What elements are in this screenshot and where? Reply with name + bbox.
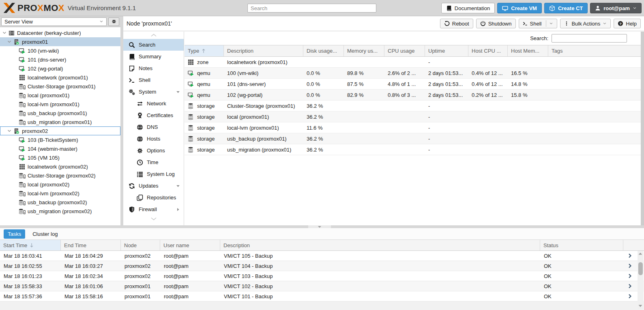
resource-row-usb-migration-proxmox01-[interactable]: storageusb_migration (proxmox01)36.2 %- <box>185 144 641 155</box>
task-row[interactable]: Mar 18 16:03:41Mar 18 16:04:29proxmox02r… <box>0 251 644 261</box>
nav-item-certificates[interactable]: Certificates <box>123 109 184 121</box>
task-expand-button[interactable] <box>623 263 636 268</box>
column-header-cpu-usage[interactable]: CPU usage <box>384 45 425 56</box>
resource-row-local-proxmox01-[interactable]: storagelocal (proxmox01)36.2 %- <box>185 111 641 122</box>
tree-item-local-lvm-proxmox02-[interactable]: local-lvm (proxmox02) <box>0 189 120 198</box>
nav-item-repositories[interactable]: Repositories <box>123 192 184 203</box>
tasks-footer-strip <box>0 301 644 310</box>
expander-chevron-icon[interactable] <box>2 30 7 35</box>
main-scrollbar[interactable] <box>641 32 644 225</box>
resource-row-localnetwork-proxmox01-[interactable]: zonelocalnetwork (proxmox01)- <box>185 57 641 68</box>
scrollbar-up-icon[interactable] <box>638 252 642 255</box>
tree-item-102-wg-portal-[interactable]: 102 (wg-portal) <box>0 64 120 73</box>
tree-item-datacenter-berkay-cluster-[interactable]: Datacenter (berkay-cluster) <box>0 28 120 37</box>
task-row[interactable]: Mar 18 15:57:36Mar 18 15:58:16proxmox01r… <box>0 291 644 301</box>
resource-row-100-vm-wiki-[interactable]: qemu100 (vm-wiki)0.0 %89.8 %2.6% of 2 ..… <box>185 68 641 79</box>
reboot-button[interactable]: Reboot <box>440 19 473 28</box>
expander-chevron-icon[interactable] <box>7 39 12 44</box>
task-column-header-node[interactable]: Node <box>121 240 160 250</box>
tree-item-103-b-ticketsystem-[interactable]: 103 (B-TicketSystem) <box>0 135 120 144</box>
tree-item-proxmox02[interactable]: proxmox02 <box>0 126 120 135</box>
tree-item-cluster-storage-proxmox02-[interactable]: Cluster-Storage (proxmox02) <box>0 171 120 180</box>
nav-item-time[interactable]: Time <box>123 156 184 168</box>
tree-item-usb-migration-proxmox01-[interactable]: usb_migration (proxmox01) <box>0 118 120 126</box>
nav-scroll-down[interactable] <box>123 215 184 222</box>
create-ct-button[interactable]: Create CT <box>544 3 588 13</box>
expander-chevron-icon[interactable] <box>7 128 12 133</box>
scrollbar-down-icon[interactable] <box>638 305 642 307</box>
bulk-actions-button[interactable]: Bulk Actions <box>560 19 611 28</box>
horizontal-splitter[interactable] <box>0 225 644 228</box>
resource-row-cluster-storage-proxmox01-[interactable]: storageCluster-Storage (proxmox01)36.2 %… <box>185 100 641 111</box>
nav-item-shell[interactable]: Shell <box>123 74 184 86</box>
task-column-header-end-time[interactable]: End Time <box>61 240 121 250</box>
task-expand-button[interactable] <box>623 274 636 278</box>
nav-item-hosts[interactable]: Hosts <box>123 133 184 145</box>
user-menu-button[interactable]: root@pam <box>590 3 642 13</box>
column-header-uptime[interactable]: Uptime <box>425 45 468 56</box>
tree-item-cluster-storage-proxmox01-[interactable]: Cluster-Storage (proxmox01) <box>0 82 120 91</box>
shutdown-button[interactable]: Shutdown <box>476 19 516 28</box>
tree-item-101-dns-server-[interactable]: 101 (dns-server) <box>0 55 120 64</box>
column-header-host-mem-[interactable]: Host Mem... <box>508 45 548 56</box>
column-header-type[interactable]: Type <box>185 45 224 56</box>
scrollbar-thumb[interactable] <box>638 262 643 275</box>
nav-item-updates[interactable]: Updates <box>123 180 184 192</box>
tab-tasks[interactable]: Tasks <box>4 229 25 239</box>
resource-row-local-lvm-proxmox01-[interactable]: storagelocal-lvm (proxmox01)11.6 %- <box>185 122 641 133</box>
view-selector[interactable]: Server View <box>1 17 107 26</box>
cell-description: 100 (vm-wiki) <box>224 70 303 76</box>
tree-item-104-webmin-master-[interactable]: 104 (webmin-master) <box>0 144 120 153</box>
column-header-disk-usage-[interactable]: Disk usage... <box>303 45 344 56</box>
splitter-handle[interactable] <box>308 225 331 228</box>
tree-item-local-proxmox01-[interactable]: local (proxmox01) <box>0 91 120 100</box>
resource-row-102-wg-portal-[interactable]: qemu102 (wg-portal)0.0 %82.9 %0.8% of 3 … <box>185 90 641 100</box>
task-row[interactable]: Mar 18 15:58:33Mar 18 16:01:06proxmox01r… <box>0 281 644 291</box>
task-column-header-user-name[interactable]: User name <box>160 240 220 250</box>
tree-item-local-lvm-proxmox01-[interactable]: local-lvm (proxmox01) <box>0 100 120 109</box>
task-expand-button[interactable] <box>623 253 636 258</box>
nav-item-system[interactable]: System <box>123 86 184 98</box>
nav-item-options[interactable]: Options <box>123 145 184 156</box>
task-expand-button[interactable] <box>623 284 636 289</box>
grid-search-input[interactable] <box>552 34 627 43</box>
shell-button[interactable]: Shell <box>519 19 558 28</box>
tree-item-localnetwork-proxmox01-[interactable]: localnetwork (proxmox01) <box>0 73 120 82</box>
tree-settings-button[interactable] <box>108 17 119 26</box>
tree-item-100-vm-wiki-[interactable]: 100 (vm-wiki) <box>0 46 120 55</box>
column-header-tags[interactable]: Tags <box>548 45 641 56</box>
help-button[interactable]: ? Help <box>614 19 641 28</box>
tasks-scrollbar[interactable] <box>638 251 644 309</box>
tab-cluster-log[interactable]: Cluster log <box>32 229 58 239</box>
nav-item-search[interactable]: Search <box>123 39 184 51</box>
create-vm-button[interactable]: Create VM <box>497 3 542 13</box>
tree-item-usb-backup-proxmox02-[interactable]: usb_backup (proxmox02) <box>0 198 120 207</box>
tree-item-localnetwork-proxmox02-[interactable]: localnetwork (proxmox02) <box>0 162 120 171</box>
documentation-button[interactable]: Documentation <box>441 3 495 13</box>
resource-row-usb-backup-proxmox01-[interactable]: storageusb_backup (proxmox01)36.2 %- <box>185 133 641 144</box>
tree-item-usb-migration-proxmox02-[interactable]: usb_migration (proxmox02) <box>0 207 120 216</box>
nav-item-firewall[interactable]: Firewall <box>123 203 184 215</box>
tree-item-105-vm-105-[interactable]: 105 (VM 105) <box>0 153 120 162</box>
nav-item-notes[interactable]: Notes <box>123 62 184 74</box>
global-search-input[interactable] <box>247 4 376 13</box>
nav-item-system-log[interactable]: System Log <box>123 168 184 180</box>
nav-item-network[interactable]: Network <box>123 98 184 109</box>
tree-item-local-proxmox02-[interactable]: local (proxmox02) <box>0 180 120 189</box>
tree-item-usb-backup-proxmox01-[interactable]: usb_backup (proxmox01) <box>0 109 120 118</box>
task-column-header-start-time[interactable]: Start Time <box>0 240 61 250</box>
nav-item-dns[interactable]: DNS <box>123 121 184 133</box>
column-header-memory-us-[interactable]: Memory us... <box>344 45 384 56</box>
task-column-header-description[interactable]: Description <box>220 240 540 250</box>
task-row[interactable]: Mar 18 16:01:23Mar 18 16:02:34proxmox02r… <box>0 271 644 281</box>
task-expand-button[interactable] <box>623 294 636 299</box>
column-header-host-cpu-[interactable]: Host CPU ... <box>468 45 508 56</box>
task-column-header-status[interactable]: Status <box>540 240 623 250</box>
tree-item-proxmox01[interactable]: proxmox01 <box>0 37 120 46</box>
nav-scroll-up[interactable] <box>123 32 184 39</box>
task-row[interactable]: Mar 18 16:02:55Mar 18 16:03:27proxmox02r… <box>0 261 644 271</box>
resource-row-101-dns-server-[interactable]: qemu101 (dns-server)0.0 %87.5 %4.8% of 1… <box>185 79 641 90</box>
column-header-description[interactable]: Description <box>224 45 303 56</box>
vertical-splitter[interactable] <box>120 16 123 225</box>
nav-item-summary[interactable]: Summary <box>123 51 184 62</box>
